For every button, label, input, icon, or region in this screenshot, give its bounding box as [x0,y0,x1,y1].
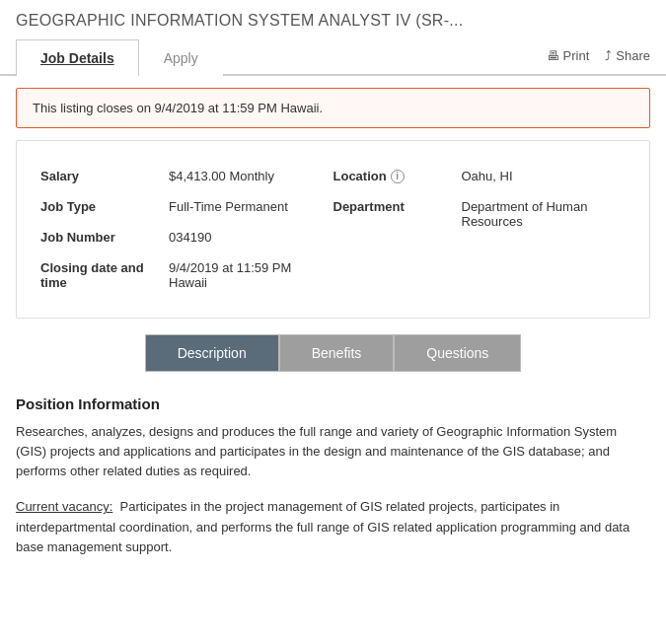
department-label: Department [333,199,462,214]
notice-banner: This listing closes on 9/4/2019 at 11:59… [16,88,650,128]
salary-label: Salary [40,169,169,183]
desc-tab-benefits[interactable]: Benefits [279,334,395,372]
job-number-row: Job Number 034190 [40,222,333,252]
department-row: Department Department of Human Resources [333,191,627,237]
right-info-column: Location i Oahu, HI Department Departmen… [333,161,627,298]
location-value: Oahu, HI [462,169,627,183]
job-number-label: Job Number [40,230,169,245]
info-card: Salary $4,413.00 Monthly Job Type Full-T… [16,140,650,319]
print-button[interactable]: 🖶 Print [547,48,590,63]
closing-row: Closing date and time 9/4/2019 at 11:59 … [40,252,333,298]
share-button[interactable]: ⤴ Share [605,48,650,63]
salary-row: Salary $4,413.00 Monthly [40,161,333,191]
page-title: GEOGRAPHIC INFORMATION SYSTEM ANALYST IV… [0,0,666,37]
desc-tab-description[interactable]: Description [145,334,279,372]
job-type-value: Full-Time Permanent [169,199,333,214]
job-type-row: Job Type Full-Time Permanent [40,191,333,222]
desc-tab-questions[interactable]: Questions [394,334,521,372]
print-label: Print [563,48,590,63]
left-info-column: Salary $4,413.00 Monthly Job Type Full-T… [40,161,333,298]
printer-icon: 🖶 [547,48,559,63]
share-label: Share [616,48,650,63]
vacancy-label: Current vacancy: [16,499,112,514]
description-tabs: Description Benefits Questions [0,334,666,372]
job-type-label: Job Type [40,199,169,214]
closing-label: Closing date and time [40,260,169,290]
tabs-bar: Job Details Apply 🖶 Print ⤴ Share [0,37,666,76]
location-row: Location i Oahu, HI [333,161,627,191]
tab-apply[interactable]: Apply [139,39,223,76]
position-info-title: Position Information [16,395,650,412]
vacancy-paragraph: Current vacancy: Participates in the pro… [16,497,650,556]
location-info-icon[interactable]: i [391,170,405,183]
closing-value: 9/4/2019 at 11:59 PM Hawaii [169,260,333,290]
position-info-body: Researches, analyzes, designs and produc… [16,422,650,481]
info-grid: Salary $4,413.00 Monthly Job Type Full-T… [40,161,626,298]
share-icon: ⤴ [605,48,612,63]
content-area: Position Information Researches, analyze… [0,392,666,577]
location-label: Location i [333,169,462,183]
salary-value: $4,413.00 Monthly [169,169,333,183]
tab-job-details[interactable]: Job Details [16,39,139,76]
department-value: Department of Human Resources [462,199,627,229]
tab-actions: 🖶 Print ⤴ Share [547,48,650,63]
job-number-value: 034190 [169,230,333,245]
